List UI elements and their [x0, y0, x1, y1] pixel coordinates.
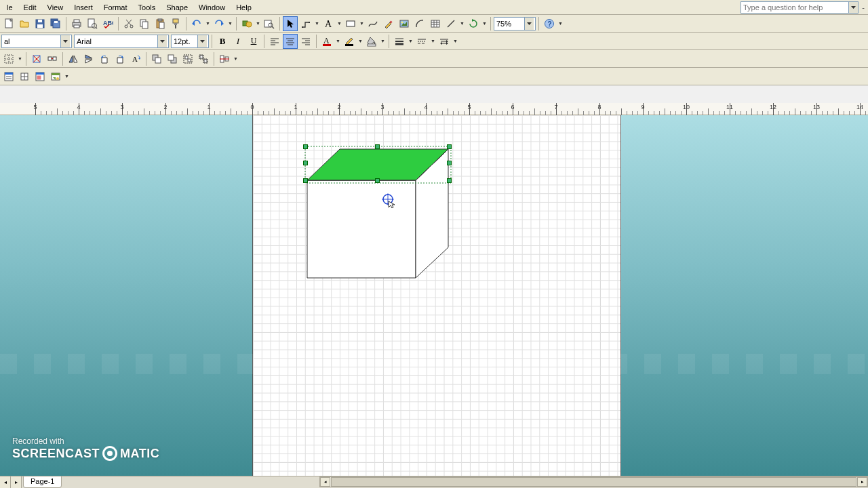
tab-nav-first[interactable]: ◂ — [0, 476, 11, 488]
bold-button[interactable]: B — [215, 34, 230, 49]
format-painter-button[interactable] — [168, 16, 183, 31]
dynamic-grid-button[interactable] — [45, 52, 60, 66]
snap-grid-button[interactable] — [1, 52, 16, 66]
autoshapes-button[interactable] — [412, 16, 427, 31]
paste-button[interactable] — [153, 16, 167, 31]
shapes-button[interactable] — [239, 16, 254, 31]
menu-help[interactable]: Help — [231, 1, 257, 14]
insert-table-button[interactable] — [428, 16, 443, 31]
menu-edit[interactable]: Edit — [18, 1, 42, 14]
copy-button[interactable] — [137, 16, 152, 31]
line-weight-button[interactable] — [392, 34, 407, 49]
underline-button[interactable]: U — [246, 34, 261, 49]
shapes-window-button[interactable] — [48, 69, 63, 84]
rectangle-dropdown[interactable]: ▼ — [359, 21, 365, 26]
line-color-dropdown[interactable]: ▼ — [358, 39, 363, 43]
line-pattern-button[interactable] — [414, 34, 429, 49]
open-button[interactable] — [17, 16, 32, 31]
ungroup-button[interactable] — [196, 52, 211, 66]
scroll-thumb[interactable] — [331, 477, 856, 487]
new-button[interactable] — [1, 16, 16, 31]
connector-dropdown[interactable]: ▼ — [315, 21, 320, 26]
cube-shape[interactable] — [302, 142, 458, 285]
send-back-button[interactable] — [165, 52, 180, 66]
snap-glue-button[interactable] — [29, 52, 44, 66]
pan-zoom-button[interactable] — [33, 69, 47, 84]
view-dropdown[interactable]: ▼ — [64, 74, 70, 79]
redo-dropdown[interactable]: ▼ — [228, 21, 233, 26]
menu-view[interactable]: View — [42, 1, 69, 14]
help-search-dropdown[interactable] — [849, 1, 859, 14]
selection-handle[interactable] — [303, 144, 308, 149]
menu-tools[interactable]: Tools — [133, 1, 161, 14]
selection-handle[interactable] — [447, 144, 452, 149]
italic-button[interactable]: I — [231, 34, 245, 49]
flip-horizontal-button[interactable] — [66, 52, 81, 66]
ink-tool-button[interactable] — [381, 16, 396, 31]
selection-handle[interactable] — [447, 178, 452, 183]
line-ends-dropdown[interactable]: ▼ — [453, 39, 458, 43]
menu-format[interactable]: Format — [98, 1, 133, 14]
rotate-left-button[interactable] — [97, 52, 112, 66]
align-shapes-button[interactable] — [217, 52, 232, 66]
rotate-text-button[interactable]: A — [128, 52, 143, 66]
picture-button[interactable] — [397, 16, 412, 31]
snap-dropdown[interactable]: ▼ — [18, 56, 23, 61]
pointer-tool-button[interactable] — [283, 16, 298, 31]
redo-button[interactable] — [212, 16, 226, 31]
undo-button[interactable] — [189, 16, 204, 31]
rotate-button[interactable] — [466, 16, 481, 31]
scroll-left-button[interactable]: ◂ — [320, 477, 330, 487]
scroll-right-button[interactable]: ▸ — [857, 477, 867, 487]
rotate-dropdown[interactable]: ▼ — [482, 21, 488, 26]
fill-color-button[interactable] — [364, 34, 379, 49]
font-input[interactable] — [75, 35, 157, 47]
fontsize-input[interactable] — [172, 35, 197, 47]
fontsize-combo[interactable] — [171, 35, 209, 48]
tab-nav-last[interactable]: ▸ — [11, 476, 22, 488]
selection-handle[interactable] — [303, 178, 308, 183]
help-dropdown[interactable]: ▼ — [558, 21, 564, 26]
line-pattern-dropdown[interactable]: ▼ — [431, 39, 436, 43]
shapes-dropdown[interactable]: ▼ — [256, 21, 261, 26]
fill-color-dropdown[interactable]: ▼ — [380, 39, 386, 43]
fontsize-dropdown[interactable] — [197, 35, 207, 47]
find-button[interactable] — [262, 16, 277, 31]
menu-window[interactable]: Window — [193, 1, 231, 14]
bring-front-button[interactable] — [149, 52, 164, 66]
align-shapes-dropdown[interactable]: ▼ — [233, 56, 239, 61]
rectangle-tool-button[interactable] — [343, 16, 358, 31]
selection-handle[interactable] — [375, 144, 380, 149]
style-dropdown[interactable] — [60, 35, 70, 47]
help-button[interactable]: ? — [542, 16, 557, 31]
drawing-page[interactable] — [252, 115, 621, 476]
spellcheck-button[interactable]: ABC — [100, 16, 115, 31]
save-all-button[interactable] — [48, 16, 63, 31]
line-weight-dropdown[interactable]: ▼ — [408, 39, 414, 43]
menu-shape[interactable]: Shape — [161, 1, 193, 14]
connector-tool-button[interactable] — [298, 16, 313, 31]
font-dropdown[interactable] — [157, 35, 167, 47]
zoom-dropdown[interactable] — [524, 18, 534, 30]
style-combo[interactable] — [1, 35, 72, 48]
undo-dropdown[interactable]: ▼ — [205, 21, 211, 26]
align-center-button[interactable] — [283, 34, 298, 49]
help-search-input[interactable] — [741, 1, 849, 14]
drawing-explorer-button[interactable] — [1, 69, 16, 84]
selection-handle[interactable] — [447, 161, 452, 165]
style-input[interactable] — [2, 35, 60, 47]
menu-insert[interactable]: Insert — [68, 1, 98, 14]
line-ends-button[interactable] — [437, 34, 452, 49]
line-color-button[interactable] — [342, 34, 357, 49]
font-combo[interactable] — [74, 35, 169, 48]
horizontal-scrollbar[interactable]: ◂ ▸ — [319, 476, 868, 487]
selection-handle[interactable] — [375, 178, 380, 183]
close-button[interactable]: - — [860, 0, 867, 15]
selection-handle[interactable] — [303, 161, 308, 165]
font-color-dropdown[interactable]: ▼ — [336, 39, 341, 43]
line-dropdown[interactable]: ▼ — [460, 21, 465, 26]
menu-file[interactable]: le — [1, 1, 18, 14]
text-tool-button[interactable]: A — [321, 16, 336, 31]
zoom-combo[interactable] — [494, 17, 536, 30]
text-tool-dropdown[interactable]: ▼ — [337, 21, 342, 26]
